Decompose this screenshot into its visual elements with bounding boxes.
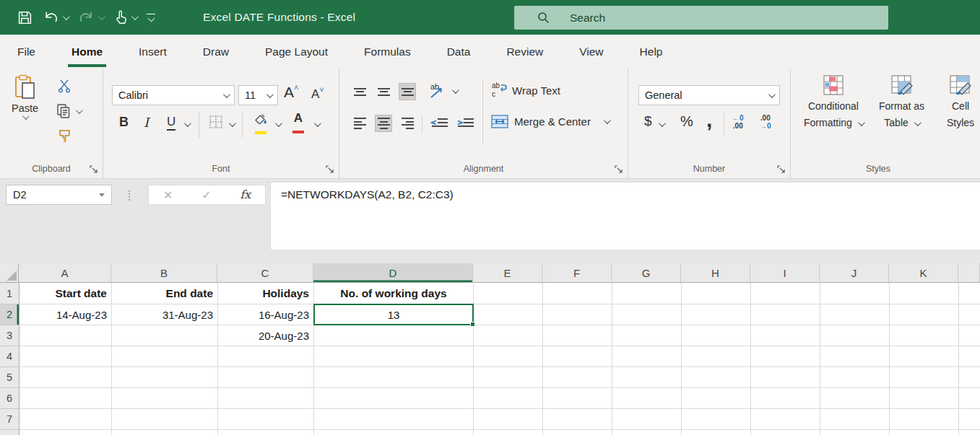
font-name-select[interactable]: Calibri bbox=[112, 85, 235, 105]
fill-color-button[interactable] bbox=[253, 113, 268, 137]
cell-C6[interactable] bbox=[218, 388, 314, 409]
increase-decimal-button[interactable]: ←0 .00 bbox=[732, 115, 744, 130]
cell-G1[interactable] bbox=[612, 283, 682, 304]
cell-E7[interactable] bbox=[474, 409, 543, 430]
row-header-6[interactable]: 6 bbox=[0, 388, 19, 409]
enter-button[interactable]: ✓ bbox=[201, 188, 211, 202]
cell-K4[interactable] bbox=[890, 346, 959, 367]
name-box[interactable]: D2 bbox=[6, 185, 112, 205]
cell-G2[interactable] bbox=[612, 304, 682, 325]
cell-G7[interactable] bbox=[612, 409, 682, 430]
cell-C7[interactable] bbox=[218, 409, 314, 430]
cell-x5[interactable] bbox=[959, 367, 980, 388]
cell-x3[interactable] bbox=[959, 325, 980, 346]
tab-file[interactable]: File bbox=[16, 43, 37, 61]
column-header-K[interactable]: K bbox=[889, 263, 958, 283]
cell-x4[interactable] bbox=[959, 346, 980, 367]
name-box-dropdown-icon[interactable] bbox=[99, 193, 105, 197]
tab-home[interactable]: Home bbox=[70, 43, 104, 61]
cell-x2[interactable] bbox=[959, 304, 980, 325]
orientation-button[interactable]: ab bbox=[429, 82, 446, 100]
cell-x6[interactable] bbox=[959, 388, 980, 409]
alignment-dialog-launcher-icon[interactable] bbox=[615, 165, 623, 173]
wrap-text-button[interactable]: ab c Wrap Text bbox=[491, 82, 560, 99]
cell-E4[interactable] bbox=[474, 346, 543, 367]
cell-C2[interactable]: 16-Aug-23 bbox=[218, 304, 314, 325]
tab-page-layout[interactable]: Page Layout bbox=[264, 43, 329, 61]
cell-E2[interactable] bbox=[474, 304, 543, 325]
cell-I6[interactable] bbox=[751, 388, 820, 409]
cell-B3[interactable] bbox=[112, 325, 218, 346]
formula-bar-resize-handle[interactable] bbox=[129, 190, 130, 201]
column-header-partial[interactable] bbox=[958, 263, 980, 283]
cell-G5[interactable] bbox=[612, 367, 682, 388]
cell-A5[interactable] bbox=[19, 367, 112, 388]
cell-A6[interactable] bbox=[19, 388, 112, 409]
align-left-button[interactable] bbox=[351, 115, 368, 132]
cell-K3[interactable] bbox=[890, 325, 959, 346]
align-right-button[interactable] bbox=[399, 115, 416, 132]
column-header-C[interactable]: C bbox=[217, 263, 313, 283]
cell-B2[interactable]: 31-Aug-23 bbox=[112, 304, 218, 325]
increase-font-size-button[interactable]: A˄ bbox=[284, 83, 298, 101]
column-header-D[interactable]: D bbox=[313, 263, 473, 283]
tab-draw[interactable]: Draw bbox=[201, 43, 230, 61]
row-header-2[interactable]: 2 bbox=[0, 304, 19, 325]
cell-C5[interactable] bbox=[218, 367, 314, 388]
cell-I1[interactable] bbox=[751, 283, 820, 304]
copy-dropdown-icon[interactable] bbox=[76, 107, 83, 114]
cell-D6[interactable] bbox=[314, 388, 474, 409]
column-header-I[interactable]: I bbox=[750, 263, 820, 283]
currency-dropdown-icon[interactable] bbox=[659, 120, 666, 127]
cell-H5[interactable] bbox=[682, 367, 751, 388]
cell-D4[interactable] bbox=[314, 346, 474, 367]
search-box[interactable]: Search bbox=[514, 6, 888, 30]
cell-I7[interactable] bbox=[751, 409, 820, 430]
fill-color-dropdown-icon[interactable] bbox=[275, 120, 282, 127]
cell-G6[interactable] bbox=[612, 388, 682, 409]
decrease-decimal-button[interactable]: .00 →0 bbox=[760, 115, 771, 130]
cell-J7[interactable] bbox=[820, 409, 890, 430]
cell-E6[interactable] bbox=[474, 388, 543, 409]
cell-F1[interactable] bbox=[543, 283, 612, 304]
cell-x7[interactable] bbox=[959, 409, 980, 430]
cell-x1[interactable] bbox=[959, 283, 980, 304]
cell-D5[interactable] bbox=[314, 367, 474, 388]
currency-button[interactable]: $ bbox=[644, 113, 652, 129]
row-header-1[interactable]: 1 bbox=[0, 283, 19, 304]
cell-I3[interactable] bbox=[751, 325, 820, 346]
cell-H4[interactable] bbox=[682, 346, 751, 367]
cell-J3[interactable] bbox=[820, 325, 890, 346]
orientation-dropdown-icon[interactable] bbox=[452, 87, 459, 94]
tab-help[interactable]: Help bbox=[638, 43, 664, 61]
tab-insert[interactable]: Insert bbox=[137, 43, 168, 61]
cell-J2[interactable] bbox=[820, 304, 890, 325]
number-dialog-launcher-icon[interactable] bbox=[777, 165, 785, 173]
cell-I5[interactable] bbox=[751, 367, 820, 388]
underline-button[interactable]: U bbox=[167, 115, 175, 131]
borders-dropdown-icon[interactable] bbox=[229, 120, 236, 127]
decrease-font-size-button[interactable]: A˅ bbox=[311, 85, 324, 102]
font-color-dropdown-icon[interactable] bbox=[314, 120, 321, 127]
number-format-select[interactable]: General bbox=[638, 85, 780, 105]
underline-dropdown-icon[interactable] bbox=[184, 120, 191, 127]
cell-D2[interactable]: 13 bbox=[314, 304, 474, 325]
cell-H6[interactable] bbox=[682, 388, 751, 409]
touch-mode-dropdown-icon[interactable] bbox=[131, 13, 139, 20]
align-bottom-button[interactable] bbox=[399, 83, 416, 100]
customize-quick-access-icon[interactable] bbox=[147, 14, 155, 22]
cell-F2[interactable] bbox=[543, 304, 612, 325]
cell-F7[interactable] bbox=[543, 409, 612, 430]
cell-E1[interactable] bbox=[474, 283, 543, 304]
cell-C1[interactable]: Holidays bbox=[218, 283, 314, 304]
cell-J5[interactable] bbox=[820, 367, 890, 388]
align-top-button[interactable] bbox=[351, 83, 368, 100]
align-center-button[interactable] bbox=[375, 115, 392, 132]
font-dialog-launcher-icon[interactable] bbox=[326, 165, 334, 173]
select-all-button[interactable] bbox=[0, 263, 19, 283]
undo-dropdown-icon[interactable] bbox=[63, 13, 70, 20]
cell-F6[interactable] bbox=[543, 388, 612, 409]
undo-button[interactable] bbox=[43, 10, 68, 25]
cell-D7[interactable] bbox=[314, 409, 474, 430]
column-header-E[interactable]: E bbox=[473, 263, 542, 283]
